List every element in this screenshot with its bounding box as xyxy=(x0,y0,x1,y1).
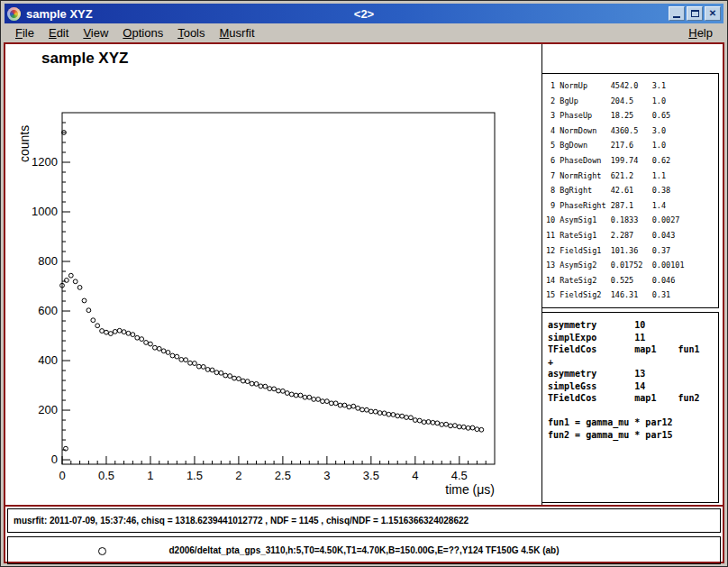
menu-tools[interactable]: Tools xyxy=(170,25,212,41)
menu-help[interactable]: Help xyxy=(681,25,720,41)
x-tick-label: 0.5 xyxy=(98,469,114,482)
menu-options[interactable]: Options xyxy=(115,25,170,41)
stats-row: 15 FieldSig2 146.31 0.31 xyxy=(546,288,718,303)
legend-text: d2006/deltat_pta_gps_3110,h:5,T0=4.50K,T… xyxy=(169,545,560,555)
menu-file[interactable]: File xyxy=(8,25,41,41)
fit-info-pad[interactable]: musrfit: 2011-07-09, 15:37:46, chisq = 1… xyxy=(7,508,721,533)
maximize-icon xyxy=(691,10,699,17)
close-button[interactable]: ✕ xyxy=(705,6,721,21)
x-tick-label: 1.5 xyxy=(187,469,203,482)
menu-view[interactable]: View xyxy=(76,25,115,41)
stats-row: 3 PhaseUp 18.25 0.65 xyxy=(546,108,718,123)
theory-line: fun2 = gamma_mu * par15 xyxy=(548,429,718,442)
y-tick-label: 200 xyxy=(38,403,58,416)
stats-row: 9 PhaseRight 287.1 1.4 xyxy=(546,198,718,214)
maximize-button[interactable] xyxy=(687,6,703,21)
minimize-icon xyxy=(673,16,680,18)
stats-row: 12 FieldSig1 101.36 0.37 xyxy=(546,243,718,259)
x-tick-label: 1 xyxy=(147,469,153,482)
stats-row: 2 BgUp 204.5 1.0 xyxy=(546,94,718,109)
y-tick-label: 600 xyxy=(38,304,58,317)
stats-row: 4 NormDown 4360.5 3.0 xyxy=(546,123,718,139)
stats-row: 5 BgDown 217.6 1.0 xyxy=(546,138,718,153)
minimize-button[interactable] xyxy=(669,6,685,21)
theory-line xyxy=(548,405,718,417)
x-tick-label: 2.5 xyxy=(275,469,291,482)
theory-box[interactable]: asymmetry 10simplExpo 11TFieldCos map1 f… xyxy=(541,312,719,503)
app-icon[interactable] xyxy=(7,7,21,21)
theory-line: fun1 = gamma_mu * par12 xyxy=(548,416,718,429)
close-icon: ✕ xyxy=(709,9,716,18)
titlebar[interactable]: sample XYZ <2> ✕ xyxy=(5,4,723,23)
x-tick-label: 2 xyxy=(235,469,241,482)
fit-info-text: musrfit: 2011-07-09, 15:37:46, chisq = 1… xyxy=(14,516,469,526)
y-tick-label: 400 xyxy=(38,353,58,367)
stats-box-rows: 1 NormUp 4542.0 3.1 2 BgUp 204.5 1.0 3 P… xyxy=(546,78,718,303)
y-tick-label: 0 xyxy=(51,453,58,466)
x-axis-title: time (μs) xyxy=(445,482,495,497)
x-tick-label: 3.5 xyxy=(363,469,379,482)
x-tick-label: 4.5 xyxy=(451,469,468,482)
legend-pad[interactable]: d2006/deltat_pta_gps_3110,h:5,T0=4.50K,T… xyxy=(7,536,721,564)
theory-line: asymmetry 13 xyxy=(548,368,718,380)
stats-row: 6 PhaseDown 199.74 0.62 xyxy=(546,153,718,169)
theory-line: simplExpo 11 xyxy=(548,332,718,344)
data-points xyxy=(60,131,484,451)
theory-line: TFieldCos map1 fun2 xyxy=(548,392,718,405)
y-tick-label: 1000 xyxy=(32,205,58,218)
stats-row: 11 RateSig1 2.287 0.043 xyxy=(546,228,718,243)
legend-marker-icon xyxy=(98,547,106,555)
window-frame: sample XYZ <2> ✕ File Edit View Options … xyxy=(0,0,728,567)
stats-row: 13 AsymSig2 0.01752 0.00101 xyxy=(546,258,718,273)
plot-title: sample XYZ xyxy=(41,50,128,68)
stats-box[interactable]: 1 NormUp 4542.0 3.1 2 BgUp 204.5 1.0 3 P… xyxy=(541,73,719,308)
y-axis-title: counts xyxy=(17,125,32,162)
theory-line: simpleGss 14 xyxy=(548,380,718,393)
plot-frame xyxy=(62,113,495,464)
theory-line: + xyxy=(548,356,718,369)
stats-row: 7 NormRight 621.2 1.1 xyxy=(546,169,718,184)
stats-row: 14 RateSig2 0.525 0.046 xyxy=(546,273,718,288)
x-tick-label: 4 xyxy=(412,469,418,482)
menu-edit[interactable]: Edit xyxy=(41,25,76,41)
stats-row: 1 NormUp 4542.0 3.1 xyxy=(546,78,718,94)
plot-pad[interactable]: 00.511.522.533.544.502004006008001000120… xyxy=(5,44,723,507)
x-tick-label: 3 xyxy=(323,469,330,482)
theory-box-rows: asymmetry 10simplExpo 11TFieldCos map1 f… xyxy=(548,319,718,441)
x-tick-label: 0 xyxy=(59,469,65,482)
menu-musrfit[interactable]: Musrfit xyxy=(213,25,262,41)
theory-line: asymmetry 10 xyxy=(548,319,718,332)
y-tick-label: 1200 xyxy=(32,155,58,169)
theory-line: TFieldCos map1 fun1 xyxy=(548,343,718,356)
root-canvas[interactable]: 00.511.522.533.544.502004006008001000120… xyxy=(4,42,724,563)
window-title: sample XYZ xyxy=(26,7,93,21)
workspace-label: <2> xyxy=(354,7,374,21)
stats-row: 8 BgRight 42.61 0.38 xyxy=(546,183,718,198)
stats-row: 10 AsymSig1 0.1833 0.0027 xyxy=(546,213,718,228)
y-tick-label: 800 xyxy=(38,254,58,268)
menubar: File Edit View Options Tools Musrfit Hel… xyxy=(5,24,723,41)
